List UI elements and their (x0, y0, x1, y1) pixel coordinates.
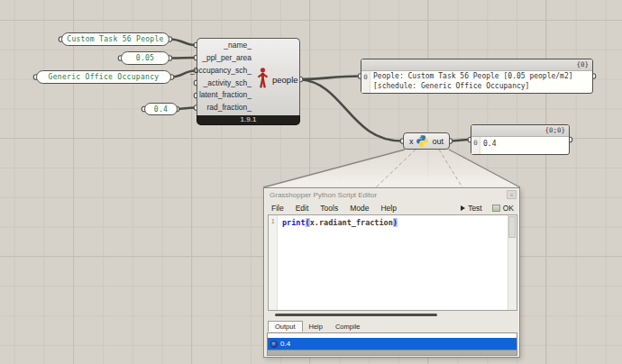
ok-button-label: OK (503, 204, 514, 213)
menu-tools[interactable]: Tools (320, 204, 338, 213)
person-icon (257, 68, 269, 89)
code-expression: x.radiant_fraction (310, 218, 393, 227)
param-occupancy-pill[interactable]: Generic Office Occupancy (36, 70, 171, 84)
param-rad-fraction-pill[interactable]: 0.4 (144, 103, 178, 115)
param-name-label: Custom Task 56 People (67, 35, 163, 43)
param-ppl-per-area-label: 0.05 (136, 54, 154, 62)
vertical-scrollbar-thumb[interactable] (508, 216, 516, 238)
menu-help[interactable]: Help (380, 204, 396, 213)
output-list: 0.4 (267, 332, 517, 356)
play-icon (461, 205, 465, 211)
input-label-name: _name_ (188, 41, 252, 50)
code-editor[interactable]: 1 print(x.radiant_fraction) (268, 214, 517, 311)
panel-text-line2: [schedule: Generic Office Occupancy] (373, 82, 590, 92)
test-button-label: Test (468, 204, 482, 213)
close-icon[interactable]: × (507, 190, 517, 199)
menu-edit[interactable]: Edit (296, 204, 309, 213)
ok-icon (492, 205, 500, 212)
python-script-editor-window: Grasshopper Python Script Editor × File … (263, 187, 520, 358)
code-close-paren: ) (393, 218, 398, 227)
tab-compile[interactable]: Compile (329, 322, 367, 332)
code-keyword: print (282, 218, 306, 227)
editor-titlebar[interactable]: Grasshopper Python Script Editor × (264, 188, 519, 202)
python-input-label: x (409, 137, 414, 146)
python-output-label: out (432, 137, 444, 146)
horizontal-scrollbar-thumb[interactable] (275, 314, 437, 316)
output-list-row[interactable]: 0.4 (268, 338, 517, 350)
value-panel[interactable]: {0;0} 0 0.4 (471, 124, 570, 155)
param-occupancy-label: Generic Office Occupancy (49, 73, 160, 81)
people-component[interactable]: _name_ _ppl_per_area _occupancy_sch_ _ac… (197, 38, 300, 125)
tab-help[interactable]: Help (303, 322, 329, 332)
input-label-activity-sch: _activity_sch_ (188, 78, 252, 87)
output-item-icon (270, 341, 278, 348)
code-line: print(x.radiant_fraction) (282, 218, 398, 227)
input-label-latent-fraction: latent_fraction_ (188, 90, 252, 99)
editor-callout-funnel (263, 150, 520, 187)
panel-row-index: 0 (361, 71, 370, 93)
test-button[interactable]: Test (461, 204, 482, 213)
version-badge: 1.9.1 (197, 115, 300, 125)
output-list-scroll-strip[interactable] (268, 350, 517, 355)
menu-file[interactable]: File (271, 204, 284, 213)
param-rad-fraction-label: 0.4 (154, 105, 168, 114)
input-label-occupancy-sch: _occupancy_sch_ (188, 66, 252, 75)
vertical-scrollbar[interactable] (508, 215, 517, 310)
people-panel[interactable]: {0} 0 People: Custom Task 56 People [0.0… (361, 59, 593, 94)
editor-tabbar: Output Help Compile (268, 320, 366, 332)
python-script-node[interactable]: x out (403, 132, 450, 150)
ok-button[interactable]: OK (492, 204, 514, 213)
value-panel-path-badge: {0;0} (471, 125, 569, 137)
param-ppl-per-area-pill[interactable]: 0.05 (121, 51, 169, 65)
python-icon (416, 134, 429, 148)
panel-text-line1: People: Custom Task 56 People [0.05 peop… (373, 72, 590, 82)
panel-path-badge: {0} (361, 59, 592, 71)
line-number-gutter: 1 (269, 215, 278, 310)
menu-mode[interactable]: Mode (350, 204, 369, 213)
output-item-value: 0.4 (280, 340, 290, 348)
panel-text: People: Custom Task 56 People [0.05 peop… (373, 72, 590, 91)
param-name-pill[interactable]: Custom Task 56 People (61, 32, 169, 46)
people-output-label: people (272, 75, 298, 85)
value-panel-row-index: 0 (471, 137, 480, 154)
input-label-ppl-per-area: _ppl_per_area (188, 53, 252, 62)
editor-title: Grasshopper Python Script Editor (270, 191, 377, 199)
tab-output[interactable]: Output (268, 321, 303, 332)
value-panel-value: 0.4 (483, 140, 567, 150)
grasshopper-canvas: Custom Task 56 People 0.05 Generic Offic… (0, 0, 622, 364)
editor-menubar: File Edit Tools Mode Help Test OK (264, 202, 519, 214)
input-label-rad-fraction: rad_fraction_ (188, 103, 252, 112)
line-number: 1 (270, 218, 274, 225)
